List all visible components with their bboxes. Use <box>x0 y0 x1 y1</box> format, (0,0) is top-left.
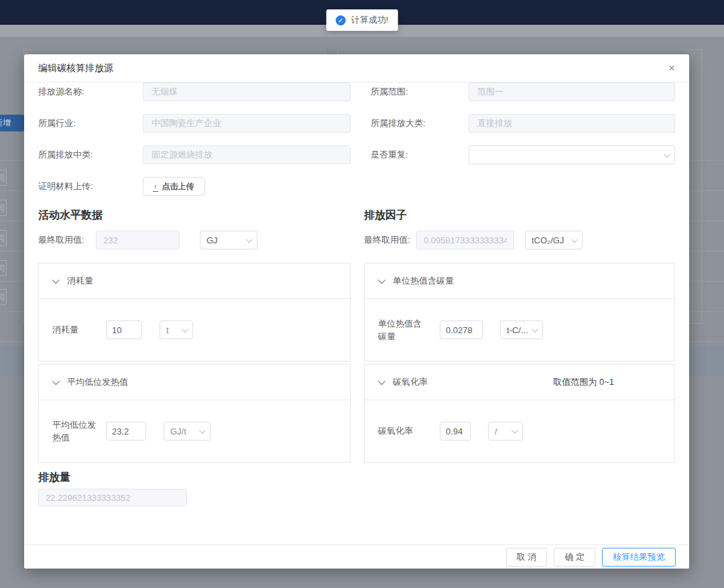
consumption-panel-title: 消耗量 <box>67 275 93 287</box>
edit-emission-source-dialog: 编辑碳核算排放源 × 排放源名称: 所属范围: 所属行业: 所属排放大类: 所属… <box>24 54 689 569</box>
consumption-unit-value: t <box>166 325 169 335</box>
oxidation-rate-panel-header[interactable]: 碳氧化率 取值范围为 0~1 <box>365 365 674 400</box>
activity-final-label: 最终取用值: <box>38 234 96 246</box>
factor-final-input[interactable] <box>416 231 514 249</box>
table-cell-fragment: 司 <box>0 170 7 186</box>
heating-value-panel-body: 平均低位发热值 GJ/t <box>39 400 350 462</box>
toast-message: 计算成功! <box>351 14 389 26</box>
carbon-content-input[interactable] <box>440 320 483 339</box>
heating-value-label: 平均低位发热值 <box>52 418 99 445</box>
activity-data-section: 活动水平数据 最终取用值: GJ 消耗量 消耗量 <box>38 209 351 506</box>
carbon-content-unit-value: t-C/... <box>507 325 528 335</box>
heating-value-panel: 平均低位发热值 平均低位发热值 GJ/t <box>38 364 351 463</box>
form-row: 证明材料上传: ↑ 点击上传 <box>38 177 676 196</box>
major-category-label: 所属排放大类: <box>371 117 469 129</box>
oxidation-rate-unit-value: / <box>495 426 497 436</box>
oxidation-rate-label: 碳氧化率 <box>378 424 425 438</box>
activity-final-input[interactable] <box>96 231 180 249</box>
emission-factor-section: 排放因子 最终取用值: tCO₂/GJ 单位热值含碳量 单位热值含碳 <box>364 209 675 463</box>
add-emission-source-button[interactable]: 新增 <box>0 115 24 131</box>
oxidation-rate-unit-select[interactable]: / <box>488 422 523 440</box>
consumption-panel-body: 消耗量 t <box>39 299 350 361</box>
source-name-input[interactable] <box>143 82 351 101</box>
cancel-button[interactable]: 取 消 <box>506 548 548 567</box>
middle-category-input[interactable] <box>143 145 351 164</box>
app-stage: 新增 司 司 司 司 司 ✓ 计算成功! 编辑碳核算排放源 × 排放源名称: 所… <box>0 0 724 588</box>
carbon-content-unit-select[interactable]: t-C/... <box>500 320 543 339</box>
middle-category-label: 所属排放中类: <box>38 149 143 161</box>
factor-unit-select[interactable]: tCO₂/GJ <box>525 231 583 249</box>
emission-section-title: 排放量 <box>38 471 351 485</box>
collapse-chevron-icon <box>378 377 385 385</box>
table-cell-fragment: 司 <box>0 260 7 276</box>
industry-label: 所属行业: <box>38 117 143 129</box>
activity-unit-select[interactable]: GJ <box>200 231 257 249</box>
check-circle-icon: ✓ <box>336 15 346 25</box>
factor-final-label: 最终取用值: <box>364 234 416 246</box>
consumption-unit-select[interactable]: t <box>160 320 193 339</box>
factor-final-row: 最终取用值: tCO₂/GJ <box>364 231 675 249</box>
confirm-button[interactable]: 确 定 <box>554 548 595 567</box>
close-icon[interactable]: × <box>668 62 675 74</box>
consumption-panel: 消耗量 消耗量 t <box>38 263 351 361</box>
table-cell-fragment: 司 <box>0 200 7 216</box>
chevron-down-icon <box>511 427 518 434</box>
collapse-chevron-icon <box>378 276 385 284</box>
success-toast: ✓ 计算成功! <box>326 9 398 31</box>
form-row: 排放源名称: 所属范围: <box>38 82 676 101</box>
carbon-content-panel-body: 单位热值含碳量 t-C/... <box>365 299 674 361</box>
dialog-footer: 取 消 确 定 核算结果预览 <box>24 544 689 569</box>
carbon-content-label: 单位热值含碳量 <box>378 317 425 343</box>
emission-result-input[interactable] <box>38 489 187 506</box>
data-sections: 活动水平数据 最终取用值: GJ 消耗量 消耗量 <box>38 209 675 506</box>
oxidation-rate-panel: 碳氧化率 取值范围为 0~1 碳氧化率 / <box>364 364 675 463</box>
upload-button[interactable]: ↑ 点击上传 <box>143 177 205 196</box>
chevron-down-icon <box>199 427 206 434</box>
scope-input[interactable] <box>469 82 675 101</box>
oxidation-rate-panel-title: 碳氧化率 <box>393 376 428 388</box>
chevron-down-icon <box>532 326 538 333</box>
form-row: 所属行业: 所属排放大类: <box>38 114 676 133</box>
factor-section-title: 排放因子 <box>364 209 675 223</box>
result-preview-button[interactable]: 核算结果预览 <box>602 548 676 567</box>
heating-value-panel-header[interactable]: 平均低位发热值 <box>39 365 350 400</box>
upload-label: 证明材料上传: <box>38 180 143 192</box>
dialog-header: 编辑碳核算排放源 × <box>24 54 689 82</box>
form-row: 所属排放中类: 是否重复: <box>38 145 676 164</box>
chevron-down-icon <box>571 236 578 243</box>
activity-final-row: 最终取用值: GJ <box>38 231 351 249</box>
carbon-content-panel: 单位热值含碳量 单位热值含碳量 t-C/... <box>364 263 675 361</box>
factor-unit-value: tCO₂/GJ <box>532 235 564 245</box>
carbon-content-panel-header[interactable]: 单位热值含碳量 <box>365 263 674 299</box>
is-duplicate-select[interactable] <box>469 145 675 164</box>
source-name-label: 排放源名称: <box>38 86 143 98</box>
chevron-down-icon <box>182 326 188 333</box>
dialog-title: 编辑碳核算排放源 <box>38 62 113 74</box>
major-category-input[interactable] <box>469 114 675 133</box>
collapse-chevron-icon <box>52 276 60 284</box>
heating-value-unit-value: GJ/t <box>170 426 186 436</box>
chevron-down-icon <box>664 151 670 158</box>
oxidation-rate-input[interactable] <box>440 422 471 440</box>
table-cell-fragment: 司 <box>0 230 7 246</box>
heating-value-input[interactable] <box>106 422 146 440</box>
oxidation-rate-range-note: 取值范围为 0~1 <box>553 376 614 388</box>
consumption-label: 消耗量 <box>52 323 106 337</box>
scope-label: 所属范围: <box>371 86 469 98</box>
activity-unit-value: GJ <box>206 235 218 245</box>
consumption-panel-header[interactable]: 消耗量 <box>39 263 350 299</box>
activity-section-title: 活动水平数据 <box>38 209 351 223</box>
chevron-down-icon <box>246 236 253 243</box>
table-cell-fragment: 司 <box>0 289 7 305</box>
heating-value-unit-select[interactable]: GJ/t <box>164 422 210 440</box>
oxidation-rate-panel-body: 碳氧化率 / <box>365 400 674 462</box>
heating-value-panel-title: 平均低位发热值 <box>67 376 128 388</box>
industry-input[interactable] <box>143 114 351 133</box>
upload-icon: ↑ <box>154 183 158 190</box>
collapse-chevron-icon <box>52 377 60 385</box>
consumption-input[interactable] <box>106 320 142 339</box>
upload-button-label: 点击上传 <box>162 181 194 192</box>
carbon-content-panel-title: 单位热值含碳量 <box>393 275 454 287</box>
is-duplicate-label: 是否重复: <box>371 149 469 161</box>
